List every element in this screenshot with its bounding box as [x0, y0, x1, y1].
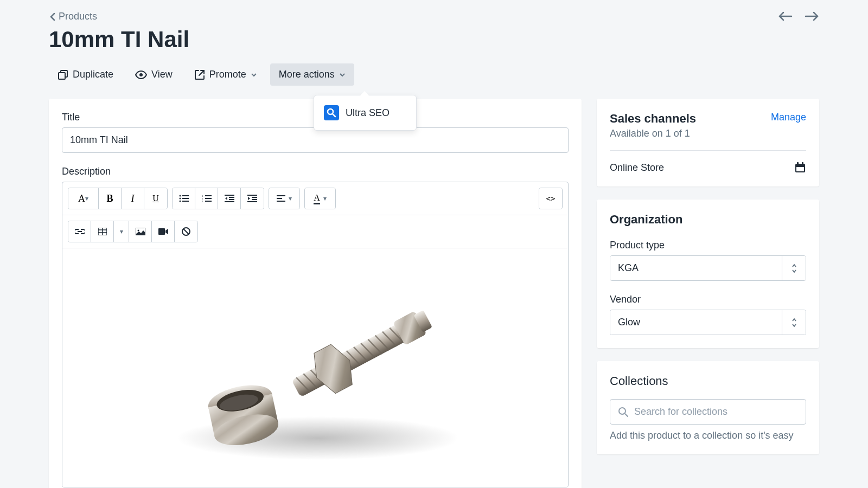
table-icon — [98, 228, 107, 235]
svg-rect-61 — [802, 162, 803, 165]
arrow-right-icon — [804, 11, 819, 22]
format-heading-button[interactable]: A ▾ — [68, 188, 99, 209]
duplicate-icon — [58, 69, 68, 80]
calendar-icon[interactable] — [794, 162, 806, 174]
next-product-button[interactable] — [804, 11, 819, 22]
bullet-list-button[interactable] — [173, 188, 195, 209]
collections-heading: Collections — [610, 374, 806, 388]
more-actions-button[interactable]: More actions — [270, 63, 354, 86]
align-icon — [277, 195, 285, 202]
svg-line-34 — [183, 229, 189, 234]
clear-format-icon — [182, 227, 190, 236]
svg-rect-8 — [182, 201, 189, 202]
svg-rect-4 — [182, 195, 189, 196]
link-button[interactable] — [68, 221, 91, 242]
search-icon — [618, 407, 629, 418]
image-button[interactable] — [129, 221, 152, 242]
collections-search-input[interactable] — [634, 406, 798, 418]
italic-button[interactable]: I — [122, 188, 144, 209]
caret-down-icon — [251, 73, 257, 77]
dropdown-item-label: Ultra SEO — [346, 107, 390, 119]
indent-button[interactable] — [241, 188, 264, 209]
table-button[interactable] — [91, 221, 114, 242]
svg-rect-18 — [225, 201, 234, 202]
arrow-left-icon — [778, 11, 793, 22]
indent-icon — [247, 195, 257, 202]
channel-name: Online Store — [610, 162, 664, 174]
svg-rect-17 — [229, 199, 234, 200]
select-caret-icon — [792, 318, 797, 328]
product-image — [139, 259, 492, 476]
collections-help-text: Add this product to a collection so it's… — [610, 430, 806, 441]
caret-down-icon — [339, 73, 346, 77]
outdent-icon — [225, 195, 234, 202]
text-color-button[interactable]: A ▾ — [305, 188, 335, 209]
numbered-list-icon: 123 — [202, 195, 212, 202]
manage-channels-link[interactable]: Manage — [771, 112, 806, 123]
duplicate-button[interactable]: Duplicate — [49, 63, 122, 86]
svg-rect-14 — [205, 201, 212, 202]
svg-point-1 — [139, 73, 143, 76]
table-dropdown-button[interactable]: ▾ — [114, 221, 129, 242]
product-type-select-handle[interactable] — [782, 256, 806, 280]
svg-rect-0 — [59, 73, 65, 79]
select-caret-icon — [792, 264, 797, 273]
product-type-label: Product type — [610, 240, 806, 251]
svg-rect-19 — [247, 195, 257, 196]
external-link-icon — [194, 69, 205, 80]
sales-channels-subtitle: Available on 1 of 1 — [610, 128, 696, 139]
svg-rect-25 — [277, 201, 285, 202]
sales-channels-card: Sales channels Available on 1 of 1 Manag… — [597, 99, 819, 187]
description-content[interactable] — [62, 248, 568, 487]
svg-rect-15 — [225, 195, 234, 196]
svg-point-62 — [619, 408, 626, 414]
svg-rect-10 — [205, 195, 212, 196]
collections-card: Collections Add this product to a collec… — [597, 361, 819, 454]
svg-rect-21 — [252, 199, 257, 200]
product-type-input[interactable] — [610, 256, 782, 280]
svg-rect-6 — [182, 198, 189, 199]
vendor-label: Vendor — [610, 294, 806, 305]
bold-button[interactable]: B — [99, 188, 122, 209]
svg-rect-16 — [229, 197, 234, 198]
search-app-icon — [324, 105, 339, 120]
svg-rect-59 — [796, 167, 804, 171]
title-input[interactable] — [62, 127, 569, 153]
outdent-button[interactable] — [218, 188, 241, 209]
bullet-list-icon — [179, 195, 189, 202]
svg-rect-22 — [247, 201, 257, 202]
dropdown-item-ultra-seo[interactable]: Ultra SEO — [320, 101, 411, 125]
clear-format-button[interactable] — [175, 221, 197, 242]
align-button[interactable]: ▾ — [269, 188, 299, 209]
video-button[interactable] — [152, 221, 175, 242]
video-icon — [158, 228, 168, 235]
svg-text:3: 3 — [202, 200, 203, 202]
numbered-list-button[interactable]: 123 — [195, 188, 218, 209]
eye-icon — [135, 70, 147, 79]
prev-product-button[interactable] — [778, 11, 793, 22]
svg-point-31 — [137, 230, 139, 232]
more-actions-dropdown: Ultra SEO — [314, 95, 417, 131]
breadcrumb-back[interactable]: Products — [49, 11, 97, 22]
svg-rect-23 — [277, 195, 285, 196]
channel-row-online-store: Online Store — [610, 150, 806, 174]
svg-rect-60 — [797, 162, 799, 165]
svg-rect-24 — [277, 198, 282, 199]
description-label: Description — [62, 166, 569, 177]
promote-button[interactable]: Promote — [186, 63, 266, 86]
svg-rect-12 — [205, 198, 212, 199]
underline-button[interactable]: U — [144, 188, 167, 209]
collections-search-wrap[interactable] — [610, 399, 806, 425]
svg-rect-32 — [158, 228, 165, 235]
vendor-select-handle[interactable] — [782, 310, 806, 335]
image-icon — [136, 228, 145, 235]
vendor-input[interactable] — [610, 310, 782, 335]
link-icon — [75, 229, 85, 234]
view-button[interactable]: View — [126, 63, 181, 86]
page-title: 10mm TI Nail — [49, 27, 778, 53]
svg-point-3 — [179, 195, 181, 197]
product-details-card: Title Description A ▾ B I U — [49, 99, 582, 488]
svg-point-5 — [179, 198, 181, 200]
html-view-button[interactable]: <> — [539, 188, 562, 209]
svg-rect-20 — [252, 197, 257, 198]
